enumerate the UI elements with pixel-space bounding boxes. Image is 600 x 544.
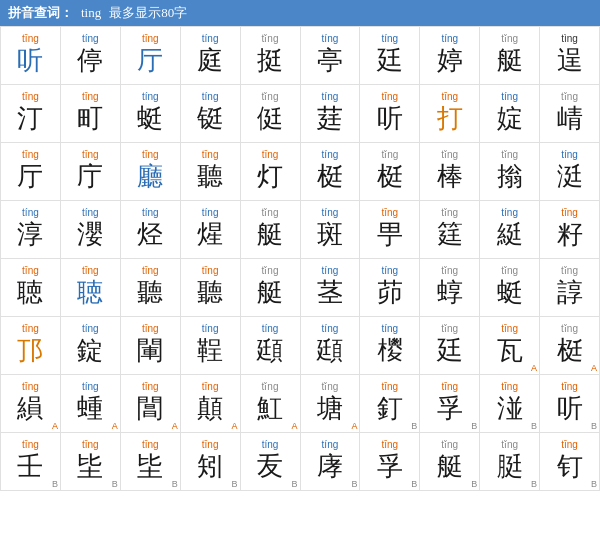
char-cell[interactable]: tǐng塘A xyxy=(301,375,361,433)
char-cell[interactable]: tīng厅 xyxy=(121,27,181,85)
char-cell[interactable]: tīng灯 xyxy=(241,143,301,201)
hanzi-char: 艇 xyxy=(257,219,283,250)
pinyin-label: tīng xyxy=(142,149,159,161)
char-cell[interactable]: tíng茎 xyxy=(301,259,361,317)
char-cell[interactable]: tǐng艇 xyxy=(241,201,301,259)
char-cell[interactable]: tīng庁 xyxy=(61,143,121,201)
hanzi-char: 艇 xyxy=(437,451,463,482)
char-cell[interactable]: tīng聽 xyxy=(121,259,181,317)
char-cell[interactable]: tīng縜A xyxy=(1,375,61,433)
char-cell[interactable]: tíng頲 xyxy=(241,317,301,375)
char-cell[interactable]: tíng叐B xyxy=(241,433,301,491)
char-cell[interactable]: tíng頲 xyxy=(301,317,361,375)
char-cell[interactable]: tíng庭 xyxy=(181,27,241,85)
pinyin-label: tīng xyxy=(22,439,39,451)
char-cell[interactable]: tíng婷 xyxy=(420,27,480,85)
char-cell[interactable]: tīng孚B xyxy=(420,375,480,433)
char-cell[interactable]: tīng閳 xyxy=(121,317,181,375)
char-cell[interactable]: tīng钉B xyxy=(540,433,600,491)
char-cell[interactable]: tīng釘B xyxy=(360,375,420,433)
hanzi-char: 棒 xyxy=(437,161,463,192)
pinyin-label: tǐng xyxy=(441,207,458,219)
pinyin-label: tǐng xyxy=(262,207,279,219)
char-cell[interactable]: tīng聽 xyxy=(181,259,241,317)
char-cell[interactable]: tíng莛 xyxy=(301,85,361,143)
char-cell[interactable]: tīng打 xyxy=(420,85,480,143)
hanzi-char: 頲 xyxy=(257,335,283,366)
char-cell[interactable]: tīng顛A xyxy=(181,375,241,433)
char-cell[interactable]: tíng铤 xyxy=(181,85,241,143)
char-cell[interactable]: tíng蜓 xyxy=(121,85,181,143)
char-cell[interactable]: tíng綎 xyxy=(480,201,540,259)
hanzi-char: 厅 xyxy=(17,161,43,192)
char-cell[interactable]: tǐng脡B xyxy=(480,433,540,491)
char-cell[interactable]: tīng聽 xyxy=(181,143,241,201)
char-cell[interactable]: tíng㯶 xyxy=(360,317,420,375)
char-cell[interactable]: tīng町 xyxy=(61,85,121,143)
char-cell[interactable]: tǐng㨣 xyxy=(480,143,540,201)
char-cell[interactable]: tǐng蜳 xyxy=(420,259,480,317)
hanzi-char: 庨 xyxy=(317,451,343,482)
hanzi-char: 釘 xyxy=(377,393,403,424)
hanzi-char: 逞 xyxy=(557,45,583,76)
char-cell[interactable]: tǐng蜓 xyxy=(480,259,540,317)
char-cell[interactable]: tǐng艇 xyxy=(480,27,540,85)
char-cell[interactable]: tíng停 xyxy=(61,27,121,85)
char-cell[interactable]: tíng淳 xyxy=(1,201,61,259)
pinyin-label: tīng xyxy=(22,149,39,161)
char-cell[interactable]: tīng坒B xyxy=(61,433,121,491)
char-cell[interactable]: tìng逞 xyxy=(540,27,600,85)
char-cell[interactable]: tǐng艇B xyxy=(420,433,480,491)
char-cell[interactable]: tīng閶A xyxy=(121,375,181,433)
char-cell[interactable]: tíng烃 xyxy=(121,201,181,259)
pinyin-label: tǐng xyxy=(262,91,279,103)
char-cell[interactable]: tíng亭 xyxy=(301,27,361,85)
char-cell[interactable]: tīng孚B xyxy=(360,433,420,491)
char-cell[interactable]: tǐng崝 xyxy=(540,85,600,143)
hanzi-char: 梃 xyxy=(377,161,403,192)
char-cell[interactable]: tíng庨B xyxy=(301,433,361,491)
char-cell[interactable]: tīng听B xyxy=(540,375,600,433)
char-cell[interactable]: tīng瓦A xyxy=(480,317,540,375)
char-cell[interactable]: tǐng筳 xyxy=(420,201,480,259)
char-cell[interactable]: tīng矧B xyxy=(181,433,241,491)
char-cell[interactable]: tǐng挺 xyxy=(241,27,301,85)
hanzi-char: 茎 xyxy=(317,277,343,308)
char-cell[interactable]: tíng瀴 xyxy=(61,201,121,259)
char-cell[interactable]: tíng梃 xyxy=(301,143,361,201)
char-cell[interactable]: tīng籽 xyxy=(540,201,600,259)
char-cell[interactable]: tīng邒 xyxy=(1,317,61,375)
char-cell[interactable]: tīng聴 xyxy=(1,259,61,317)
char-cell[interactable]: tíng茆 xyxy=(360,259,420,317)
char-cell[interactable]: tīng湴B xyxy=(480,375,540,433)
char-cell[interactable]: tīng汀 xyxy=(1,85,61,143)
char-cell[interactable]: tíng斑 xyxy=(301,201,361,259)
char-cell[interactable]: tǐng棒 xyxy=(420,143,480,201)
char-cell[interactable]: tīng坒B xyxy=(121,433,181,491)
char-cell[interactable]: tīng厅 xyxy=(1,143,61,201)
char-cell[interactable]: tǐng侹 xyxy=(241,85,301,143)
char-cell[interactable]: tīng听 xyxy=(1,27,61,85)
char-cell[interactable]: tǐng魟A xyxy=(241,375,301,433)
pinyin-label: tīng xyxy=(82,439,99,451)
char-cell[interactable]: tǐng梃A xyxy=(540,317,600,375)
char-cell[interactable]: tǐng梃 xyxy=(360,143,420,201)
char-cell[interactable]: tǐng廷 xyxy=(420,317,480,375)
char-cell[interactable]: tīng廳 xyxy=(121,143,181,201)
char-cell[interactable]: tíng廷 xyxy=(360,27,420,85)
char-cell[interactable]: tǐng艇 xyxy=(241,259,301,317)
char-cell[interactable]: tíng錠 xyxy=(61,317,121,375)
pinyin-label: tíng xyxy=(322,149,339,161)
char-cell[interactable]: tīng听 xyxy=(360,85,420,143)
pinyin-label: tīng xyxy=(22,323,39,335)
char-cell[interactable]: tíng蝩A xyxy=(61,375,121,433)
char-cell[interactable]: tíng鞓 xyxy=(181,317,241,375)
char-cell[interactable]: tīng甼 xyxy=(360,201,420,259)
char-cell[interactable]: tíng婝 xyxy=(480,85,540,143)
char-cell[interactable]: tīng聴 xyxy=(61,259,121,317)
char-cell[interactable]: tǐng諄 xyxy=(540,259,600,317)
char-cell[interactable]: tíng煋 xyxy=(181,201,241,259)
char-cell[interactable]: tíng涏 xyxy=(540,143,600,201)
hanzi-char: 庁 xyxy=(77,161,103,192)
char-cell[interactable]: tīng壬B xyxy=(1,433,61,491)
